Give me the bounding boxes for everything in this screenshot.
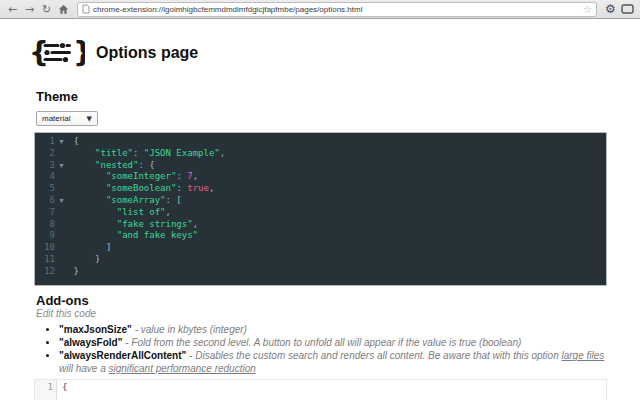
fold-gutter [55,148,68,160]
code-line[interactable]: 10] [35,242,606,254]
token-punct: ] [106,242,111,252]
fold-arrow-icon[interactable]: ▾ [55,136,68,148]
line-number: 10 [35,242,55,254]
code-content[interactable]: "someInteger": 7, [68,171,198,183]
addon-description: - value in kbytes (integer) [132,324,247,335]
line-number: 11 [35,254,55,266]
token-str: "fake strings" [117,219,193,229]
addons-json-editor[interactable]: 1{ [34,379,607,400]
fold-gutter [55,266,68,278]
forward-button[interactable]: → [22,2,37,17]
addon-item: "alwaysRenderAllContent" - Disables the … [59,350,619,374]
token-key: "nested" [95,160,138,170]
theme-preview-editor[interactable]: 1▾{2"title": "JSON Example",3▾"nested": … [34,132,607,286]
home-button[interactable] [56,2,71,17]
token-key: "someArray" [106,195,166,205]
line-number: 1 [35,380,57,400]
code-line[interactable]: 12} [35,266,606,278]
code-content[interactable]: "someArray": [ [68,195,182,207]
edit-code-link[interactable]: Edit this code [36,308,96,319]
code-line[interactable]: 8"fake strings", [35,219,606,231]
inline-link[interactable]: significant performance reduction [108,363,255,374]
code-line[interactable]: 9"and fake keys" [35,230,606,242]
token-punct: { [73,136,78,146]
token-key: "title" [95,148,133,158]
code-content[interactable]: "fake strings", [68,219,198,231]
app-logo: { } [29,37,85,71]
code-content[interactable]: "list of", [68,207,171,219]
token-key: "someInteger" [106,171,176,181]
line-number: 9 [35,230,55,242]
line-number: 1 [35,136,55,148]
line-number: 2 [35,148,55,160]
token-punct: , [193,171,198,181]
addon-key: "alwaysRenderAllContent" [59,350,186,361]
code-content[interactable]: "and fake keys" [68,230,198,242]
line-number: 4 [35,171,55,183]
fold-gutter [55,254,68,266]
token-key: "someBoolean" [106,183,176,193]
browser-window: ← → ↻ chrome-extension://lgoimhigbcfemmd… [0,0,640,400]
panel-icon [621,4,634,14]
token-str: "list of" [117,207,166,217]
bookmark-star-icon[interactable]: ☆ [583,4,592,15]
line-number: 3 [35,160,55,172]
addon-key: "alwaysFold" [59,337,122,348]
code-line[interactable]: 3▾"nested": { [35,160,606,172]
code-content[interactable]: ] [68,242,111,254]
code-line[interactable]: 5"someBoolean": true, [35,183,606,195]
code-content[interactable]: } [68,254,101,266]
code-content[interactable]: "nested": { [68,160,155,172]
code-line[interactable]: 1▾{ [35,136,606,148]
line-number: 12 [35,266,55,278]
gear-icon[interactable]: ⚙ [603,2,618,17]
code-line[interactable]: 4"someInteger": 7, [35,171,606,183]
token-bool: true [187,183,209,193]
addon-item: "maxJsonSize" - value in kbytes (integer… [59,324,619,336]
code-content[interactable]: } [68,266,79,278]
url-text[interactable]: chrome-extension://lgoimhigbcfemmdmdimfd… [93,5,580,14]
token-str: "and fake keys" [117,230,198,240]
line-number: 7 [35,207,55,219]
fold-gutter [55,171,68,183]
token-punct: , [220,148,225,158]
theme-select[interactable]: material ▼ [36,111,98,126]
code-content[interactable]: "title": "JSON Example", [68,148,225,160]
code-line[interactable]: 6▾"someArray": [ [35,195,606,207]
braces-sliders-icon: { } [29,37,85,67]
token-str: "JSON Example" [144,148,220,158]
token-punct: , [209,183,214,193]
panel-button[interactable] [620,2,635,17]
fold-gutter [55,242,68,254]
code-content[interactable]: { [68,136,79,148]
code-line[interactable]: 2"title": "JSON Example", [35,148,606,160]
addons-heading: Add-ons [36,293,89,308]
line-number: 6 [35,195,55,207]
svg-text:}: } [73,37,85,67]
browser-toolbar: ← → ↻ chrome-extension://lgoimhigbcfemmd… [0,0,640,19]
addons-list: "maxJsonSize" - value in kbytes (integer… [46,324,619,376]
code-line[interactable]: 7"list of", [35,207,606,219]
token-punct: : [176,171,187,181]
token-punct: : [ [166,195,182,205]
reload-button[interactable]: ↻ [39,2,54,17]
addon-key: "maxJsonSize" [59,324,132,335]
back-button[interactable]: ← [5,2,20,17]
code-line[interactable]: 11} [35,254,606,266]
token-punct: } [73,266,78,276]
token-punct: , [166,207,171,217]
token-punct: : { [138,160,154,170]
addon-item: "alwaysFold" - Fold from the second leve… [59,337,619,349]
fold-gutter [55,183,68,195]
fold-arrow-icon[interactable]: ▾ [55,195,68,207]
code-content[interactable]: "someBoolean": true, [68,183,214,195]
token-punct: } [95,254,100,264]
theme-select-value: material [42,114,70,123]
code-content[interactable]: { [57,380,67,400]
fold-arrow-icon[interactable]: ▾ [55,160,68,172]
url-bar[interactable]: chrome-extension://lgoimhigbcfemmdmdimfd… [77,2,597,17]
page-title: Options page [96,44,198,62]
addon-description: - Fold from the second level. A button t… [122,337,521,348]
token-punct: , [193,219,198,229]
inline-link[interactable]: large files [562,350,605,361]
